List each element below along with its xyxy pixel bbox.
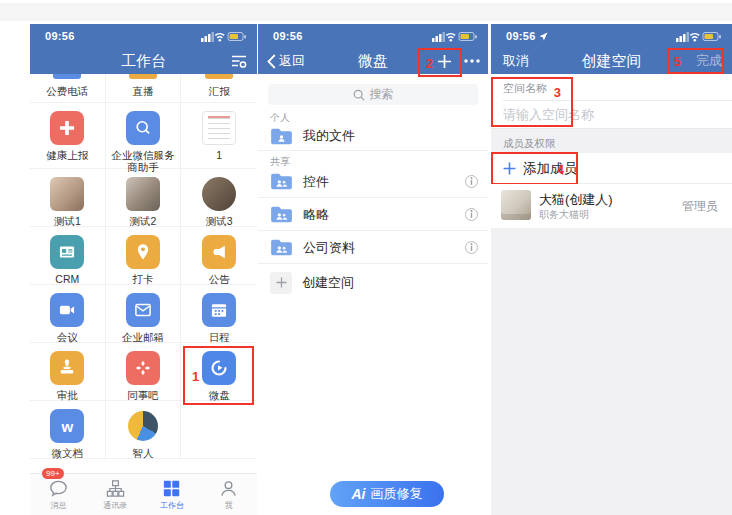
member-role: 管理员 — [682, 198, 718, 215]
app-live[interactable]: 直播 — [106, 74, 182, 103]
folder-person-icon — [270, 127, 293, 146]
list-item-shared-1[interactable]: 略略 — [258, 199, 488, 231]
header-workbench: 09:56 工作台 — [30, 24, 257, 74]
status-time: 09:56 — [273, 30, 303, 42]
app-announcement[interactable]: 公告 — [181, 227, 257, 285]
member-row[interactable]: 大猫(创建人) 职务大猫明 管理员 — [491, 184, 732, 228]
step-highlight-3: 3 — [491, 77, 573, 127]
watermark-button[interactable]: Ai 画质修复 — [330, 481, 444, 507]
status-bar: 09:56 — [258, 24, 488, 48]
search-icon — [353, 89, 365, 101]
app-health-report[interactable]: 健康上报 — [30, 103, 106, 169]
create-space-row[interactable]: 创建空间 — [258, 265, 488, 300]
info-icon[interactable] — [465, 175, 478, 188]
phone-workbench: 09:56 工作台 公费电话 直播 — [30, 24, 257, 515]
search-bar[interactable]: 搜索 — [268, 84, 478, 105]
chat-bubble-icon — [48, 478, 69, 499]
pie-chart-icon — [126, 409, 160, 443]
app-zhiren[interactable]: 智人 — [106, 401, 182, 459]
unread-badge: 99+ — [42, 468, 64, 479]
nav-bar-workbench: 工作台 — [30, 48, 257, 74]
app-test3[interactable]: 测试3 — [181, 169, 257, 227]
step-number-1: 1 — [192, 369, 199, 384]
org-chart-icon — [105, 478, 126, 499]
app-crm[interactable]: CRM — [30, 227, 106, 285]
chat-search-icon — [126, 111, 160, 145]
app-meeting[interactable]: 会议 — [30, 285, 106, 343]
list-item-shared-2[interactable]: 公司资料 — [258, 232, 488, 264]
plus-icon — [270, 272, 292, 294]
chevron-left-icon — [267, 54, 276, 69]
folder-team-icon — [270, 238, 293, 257]
folder-team-icon — [270, 205, 293, 224]
status-bar: 09:56 — [491, 24, 732, 48]
app-schedule[interactable]: 日程 — [181, 285, 257, 343]
back-button[interactable]: 返回 — [267, 48, 305, 74]
info-icon[interactable] — [465, 208, 478, 221]
step-number-3: 3 — [554, 85, 561, 100]
app-test2[interactable]: 测试2 — [106, 169, 182, 227]
grid-icon — [161, 478, 182, 499]
step-highlight-1: 1 — [183, 346, 254, 405]
megaphone-icon — [202, 235, 236, 269]
tutorial-canvas: 09:56 工作台 公费电话 直播 — [0, 0, 732, 515]
step-number-2: 2 — [426, 56, 433, 71]
clipped-app-icon — [53, 74, 81, 79]
calendar-icon — [202, 293, 236, 327]
app-corp-mail[interactable]: 企业邮箱 — [106, 285, 182, 343]
list-item-my-files[interactable]: 我的文件 — [258, 122, 488, 151]
list-item-shared-0[interactable]: 控件 — [258, 166, 488, 198]
photo-icon — [126, 177, 160, 211]
page-title: 工作台 — [30, 48, 257, 74]
clipped-app-icon — [129, 74, 157, 79]
clipped-app-icon — [205, 74, 233, 79]
app-service-assistant[interactable]: 企业微信服务商助手 — [106, 103, 182, 169]
photo-icon — [50, 177, 84, 211]
app-approval[interactable]: 审批 — [30, 343, 106, 401]
app-doc-thumbnail[interactable]: 1 — [181, 103, 257, 169]
app-wedoc[interactable]: w 微文档 — [30, 401, 106, 459]
location-arrow-icon — [539, 32, 548, 41]
watermark-label: 画质修复 — [371, 485, 423, 503]
wedoc-icon: w — [50, 409, 84, 443]
tab-me[interactable]: 我 — [200, 474, 257, 515]
location-pin-icon — [126, 235, 160, 269]
member-avatar — [501, 190, 531, 220]
step-highlight-2: 2 — [418, 48, 462, 77]
step-number-4: 4 — [557, 162, 564, 177]
step-highlight-5: 5 — [667, 48, 724, 74]
tab-workbench[interactable]: 工作台 — [144, 474, 201, 515]
app-report[interactable]: 汇报 — [181, 74, 257, 103]
app-check-in[interactable]: 打卡 — [106, 227, 182, 285]
step-number-5: 5 — [674, 54, 681, 69]
section-members: 成员及权限 — [503, 137, 556, 151]
phone-create-space: 09:56 创建空间 取消 完成 5 — [491, 24, 732, 515]
status-icons — [676, 31, 722, 42]
status-time: 09:56 — [45, 30, 75, 42]
ellipsis-icon — [464, 59, 480, 63]
member-subtitle: 职务大猫明 — [539, 208, 589, 222]
tab-messages[interactable]: 消息 99+ — [30, 474, 87, 515]
tab-contacts[interactable]: 通讯录 — [87, 474, 144, 515]
search-placeholder: 搜索 — [370, 86, 394, 103]
person-icon — [218, 478, 239, 499]
folder-team-icon — [270, 172, 293, 191]
status-icons — [432, 31, 478, 42]
app-paid-call[interactable]: 公费电话 — [30, 74, 106, 103]
cancel-button[interactable]: 取消 — [503, 48, 529, 74]
empty-cell — [181, 401, 257, 459]
more-button[interactable] — [464, 48, 480, 74]
app-colleague-bar[interactable]: 同事吧 — [106, 343, 182, 401]
document-thumbnail-icon — [202, 111, 236, 145]
stamp-icon — [50, 351, 84, 385]
status-icons — [201, 31, 247, 42]
top-strip — [0, 3, 732, 21]
tab-bar: 消息 99+ 通讯录 工作台 我 — [30, 473, 257, 515]
status-time: 09:56 — [506, 30, 548, 42]
status-bar: 09:56 — [30, 24, 257, 48]
manage-icon[interactable] — [231, 48, 247, 74]
id-card-icon — [50, 235, 84, 269]
app-test1[interactable]: 测试1 — [30, 169, 106, 227]
info-icon[interactable] — [465, 241, 478, 254]
video-camera-icon — [50, 293, 84, 327]
